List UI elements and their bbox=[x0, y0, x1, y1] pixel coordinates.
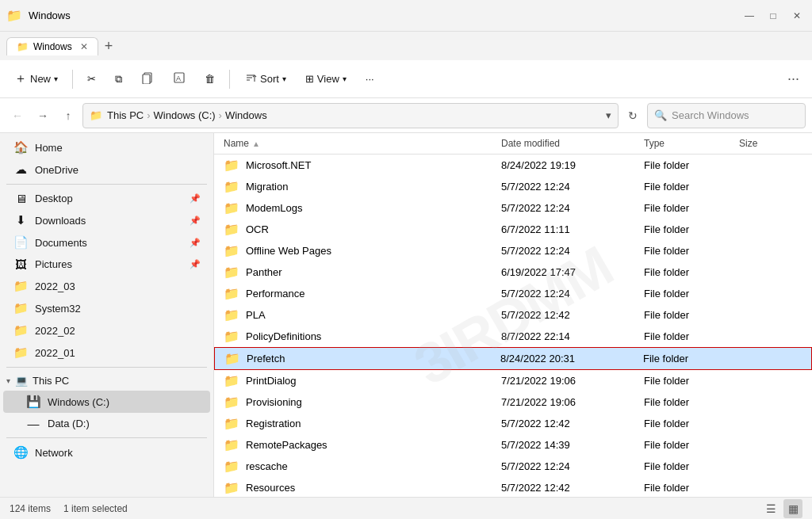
sidebar-item-documents[interactable]: 📄 Documents 📌 bbox=[3, 231, 210, 254]
sidebar-item-desktop[interactable]: 🖥 Desktop 📌 bbox=[3, 188, 210, 209]
folder-icon: 📁 bbox=[224, 437, 239, 452]
path-windows[interactable]: Windows bbox=[225, 109, 267, 121]
sidebar-item-home[interactable]: 🏠 Home bbox=[3, 136, 210, 158]
search-box[interactable]: 🔍 Search Windows bbox=[647, 103, 806, 128]
search-placeholder-text: Search Windows bbox=[672, 109, 749, 121]
title-bar-folder-icon: 📁 bbox=[6, 8, 22, 23]
file-type: File folder bbox=[644, 181, 739, 193]
delete-button[interactable]: 🗑 bbox=[197, 68, 223, 90]
address-chevron-icon[interactable]: ▾ bbox=[606, 109, 611, 121]
header-type[interactable]: Type bbox=[644, 138, 739, 149]
table-row[interactable]: 📁 Resources 5/7/2022 12:42 File folder bbox=[214, 477, 812, 497]
table-row[interactable]: 📁 PolicyDefinitions 8/7/2022 22:14 File … bbox=[214, 326, 812, 347]
file-name-cell: 📁 rescache bbox=[224, 459, 501, 474]
table-row[interactable]: 📁 RemotePackages 5/7/2022 14:39 File fol… bbox=[214, 434, 812, 456]
table-row[interactable]: 📁 OCR 6/7/2022 11:11 File folder bbox=[214, 219, 812, 240]
table-row[interactable]: 📁 Registration 5/7/2022 12:42 File folde… bbox=[214, 413, 812, 434]
table-row[interactable]: 📁 Panther 6/19/2022 17:47 File folder bbox=[214, 261, 812, 283]
close-button[interactable]: ✕ bbox=[788, 7, 806, 25]
file-date: 5/7/2022 12:42 bbox=[501, 309, 644, 321]
table-row[interactable]: 📁 rescache 5/7/2022 12:24 File folder bbox=[214, 456, 812, 477]
new-button[interactable]: ＋ New ▾ bbox=[6, 66, 66, 92]
sidebar-item-system32[interactable]: 📁 System32 bbox=[3, 297, 210, 319]
tab-label: Windows bbox=[33, 41, 72, 52]
sidebar-item-onedrive[interactable]: ☁ OneDrive bbox=[3, 158, 210, 181]
list-view-button[interactable]: ☰ bbox=[761, 499, 780, 518]
rename-button[interactable]: A bbox=[165, 67, 193, 91]
back-button[interactable]: ← bbox=[6, 105, 29, 127]
path-this-pc[interactable]: This PC bbox=[107, 109, 144, 121]
file-name-cell: 📁 Microsoft.NET bbox=[224, 158, 501, 173]
view-label: View bbox=[317, 73, 339, 85]
cut-button[interactable]: ✂ bbox=[79, 68, 104, 90]
folder-icon: 📁 bbox=[224, 459, 239, 474]
tab-close-button[interactable]: ✕ bbox=[80, 41, 88, 52]
paste-button[interactable] bbox=[133, 67, 162, 91]
folder-icon: 📁 bbox=[224, 222, 239, 237]
data-d-icon: — bbox=[25, 417, 41, 430]
file-date: 8/7/2022 22:14 bbox=[501, 330, 644, 342]
sidebar-item-2022-01[interactable]: 📁 2022_01 bbox=[3, 342, 210, 364]
toolbar-separator-1 bbox=[72, 70, 73, 89]
folder-special-icon: 📁 bbox=[224, 243, 239, 258]
file-type: File folder bbox=[644, 418, 739, 429]
path-windows-c[interactable]: Windows (C:) bbox=[154, 109, 216, 121]
header-date[interactable]: Date modified bbox=[501, 138, 644, 149]
pictures-pin-icon: 📌 bbox=[190, 259, 201, 269]
sidebar-item-downloads[interactable]: ⬇ Downloads 📌 bbox=[3, 209, 210, 231]
up-button[interactable]: ↑ bbox=[57, 105, 79, 127]
file-type: File folder bbox=[644, 396, 739, 408]
file-name-cell: 📁 ModemLogs bbox=[224, 200, 501, 216]
table-row[interactable]: 📁 Provisioning 7/21/2022 19:06 File fold… bbox=[214, 391, 812, 413]
forward-button[interactable]: → bbox=[32, 105, 54, 127]
title-bar: 📁 Windows — □ ✕ bbox=[0, 0, 812, 32]
file-name-text: Panther bbox=[246, 266, 282, 278]
copy-button[interactable]: ⧉ bbox=[107, 68, 130, 90]
toolbar-more-icon: ··· bbox=[366, 73, 374, 85]
table-row[interactable]: 📁 Performance 5/7/2022 12:24 File folder bbox=[214, 283, 812, 304]
file-date: 5/7/2022 12:24 bbox=[501, 181, 644, 193]
sidebar-item-data-d[interactable]: — Data (D:) bbox=[3, 413, 210, 434]
header-name[interactable]: Name ▲ bbox=[224, 138, 501, 149]
new-tab-button[interactable]: + bbox=[98, 38, 120, 55]
sidebar-this-pc-section[interactable]: ▾ 💻 This PC bbox=[0, 371, 213, 391]
address-input[interactable]: 📁 This PC › Windows (C:) › Windows ▾ bbox=[82, 103, 619, 128]
sidebar-item-network[interactable]: 🌐 Network bbox=[3, 441, 210, 464]
table-row[interactable]: 📁 Offline Web Pages 5/7/2022 12:24 File … bbox=[214, 240, 812, 261]
file-rows: 📁 Microsoft.NET 8/24/2022 19:19 File fol… bbox=[214, 155, 812, 497]
sort-button[interactable]: Sort ▾ bbox=[236, 67, 294, 91]
sidebar-item-pictures[interactable]: 🖼 Pictures 📌 bbox=[3, 254, 210, 275]
sidebar-network-label: Network bbox=[35, 447, 73, 459]
tab-windows[interactable]: 📁 Windows ✕ bbox=[6, 37, 98, 55]
sidebar-desktop-label: Desktop bbox=[35, 193, 73, 204]
table-row[interactable]: 📁 ModemLogs 5/7/2022 12:24 File folder bbox=[214, 197, 812, 219]
table-row[interactable]: 📁 PLA 5/7/2022 12:42 File folder bbox=[214, 304, 812, 326]
sidebar-item-windows-c[interactable]: 💾 Windows (C:) bbox=[3, 391, 210, 413]
file-name-text: RemotePackages bbox=[246, 439, 327, 451]
toolbar-more-button[interactable]: ··· bbox=[358, 68, 382, 90]
folder-2022-02-icon: 📁 bbox=[13, 323, 29, 338]
sidebar-divider-2 bbox=[6, 367, 207, 368]
sidebar-divider-3 bbox=[6, 437, 207, 438]
minimize-button[interactable]: — bbox=[741, 7, 758, 25]
view-button[interactable]: ⊞ View ▾ bbox=[297, 68, 354, 90]
window-more-button[interactable]: ··· bbox=[781, 67, 806, 90]
window-more-icon: ··· bbox=[787, 71, 799, 86]
table-row[interactable]: 📁 PrintDialog 7/21/2022 19:06 File folde… bbox=[214, 370, 812, 391]
file-name-cell: 📁 Registration bbox=[224, 416, 501, 431]
refresh-button[interactable]: ↻ bbox=[622, 105, 644, 127]
table-row[interactable]: 📁 Microsoft.NET 8/24/2022 19:19 File fol… bbox=[214, 155, 812, 176]
new-icon: ＋ bbox=[14, 71, 27, 87]
header-size[interactable]: Size bbox=[739, 138, 802, 149]
file-date: 5/7/2022 12:24 bbox=[501, 460, 644, 472]
toolbar-separator-2 bbox=[229, 70, 230, 89]
sidebar-item-2022-03[interactable]: 📁 2022_03 bbox=[3, 275, 210, 297]
sidebar-item-2022-02[interactable]: 📁 2022_02 bbox=[3, 319, 210, 342]
detail-view-button[interactable]: ▦ bbox=[783, 499, 802, 518]
folder-icon: 📁 bbox=[224, 286, 239, 301]
file-type: File folder bbox=[644, 159, 739, 171]
table-row[interactable]: 📁 Prefetch 8/24/2022 20:31 File folder bbox=[214, 347, 812, 370]
sidebar-downloads-label: Downloads bbox=[35, 215, 86, 227]
table-row[interactable]: 📁 Migration 5/7/2022 12:24 File folder bbox=[214, 176, 812, 197]
maximize-button[interactable]: □ bbox=[764, 7, 782, 25]
